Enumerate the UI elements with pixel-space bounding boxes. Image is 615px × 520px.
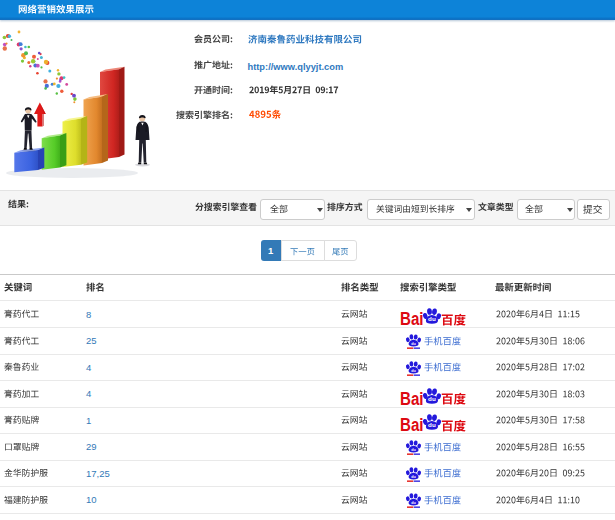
svg-text:du: du	[428, 395, 436, 402]
svg-text:du: du	[428, 315, 436, 322]
svg-text:Bai: Bai	[400, 309, 424, 329]
svg-text:du: du	[411, 343, 416, 347]
svg-text:du: du	[411, 369, 416, 373]
svg-text:Bai: Bai	[400, 415, 424, 435]
svg-text:du: du	[411, 502, 416, 506]
svg-text:du: du	[428, 421, 436, 428]
svg-text:du: du	[411, 475, 416, 479]
svg-text:Bai: Bai	[400, 388, 424, 408]
svg-text:du: du	[411, 449, 416, 453]
